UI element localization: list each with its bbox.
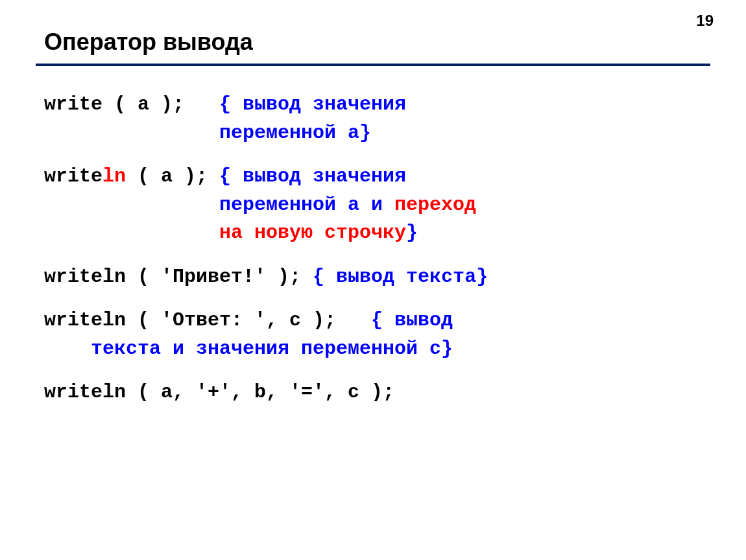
comment-close: } <box>441 338 453 360</box>
code-text: ( a ); <box>126 165 219 187</box>
title-divider <box>36 64 710 66</box>
comment-red: переход <box>394 194 476 216</box>
code-text: write ( a ); <box>44 93 219 115</box>
code-block-4: writeln ( 'Ответ: ', c ); { вывод текста… <box>44 307 710 363</box>
comment-close: } <box>406 222 418 244</box>
code-block-5: writeln ( a, '+', b, '=', c ); <box>44 379 710 407</box>
code-block-2: writeln ( a ); { вывод значения переменн… <box>44 163 710 248</box>
comment-text: вывод <box>394 309 453 331</box>
comment-text: текста и значения переменной c <box>91 338 441 360</box>
indent <box>44 222 219 244</box>
indent <box>44 338 91 360</box>
comment-text: переменной a и <box>219 194 394 216</box>
comment-open: { <box>313 266 336 288</box>
code-text: writeln ( 'Ответ: ', c ); <box>44 309 371 331</box>
code-text: writeln ( a, '+', b, '=', c ); <box>44 381 394 403</box>
comment-red: на новую строчку <box>219 222 406 244</box>
page-number: 19 <box>696 12 714 30</box>
content-area: write ( a ); { вывод значения переменной… <box>44 91 710 407</box>
comment-text: вывод значения <box>243 165 406 187</box>
code-block-1: write ( a ); { вывод значения переменной… <box>44 91 710 147</box>
indent <box>44 122 219 144</box>
comment-open: { <box>371 309 394 331</box>
code-ln-highlight: ln <box>102 165 126 187</box>
comment-text: переменной a <box>219 122 359 144</box>
indent <box>44 194 219 216</box>
code-text: writeln ( 'Привет!' ); <box>44 266 313 288</box>
comment-text: вывод значения <box>243 93 406 115</box>
code-block-3: writeln ( 'Привет!' ); { вывод текста} <box>44 263 710 292</box>
code-text: write <box>44 165 102 187</box>
comment-open: { <box>219 165 243 187</box>
page-title: Оператор вывода <box>44 29 253 56</box>
comment-close: } <box>359 122 371 144</box>
comment-text: вывод текста <box>336 266 476 288</box>
comment-close: } <box>476 266 488 288</box>
comment-open: { <box>219 93 243 115</box>
